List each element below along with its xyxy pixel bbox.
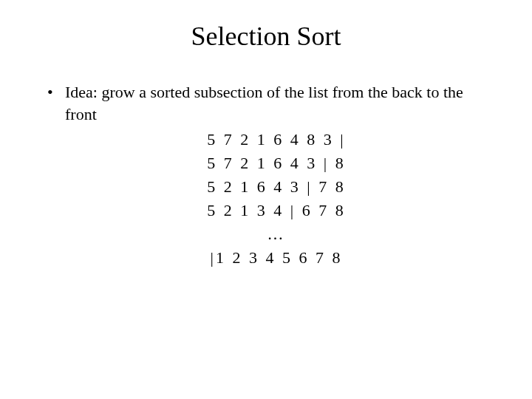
- slide: Selection Sort Idea: grow a sorted subse…: [0, 0, 532, 399]
- step-line: 5 7 2 1 6 4 3 | 8: [65, 151, 488, 175]
- slide-title: Selection Sort: [0, 0, 532, 66]
- step-line: 5 2 1 3 4 | 6 7 8: [65, 199, 488, 222]
- bullet-text: Idea: grow a sorted subsection of the li…: [65, 83, 463, 123]
- sort-steps: 5 7 2 1 6 4 8 3 | 5 7 2 1 6 4 3 | 8 5 2 …: [65, 128, 488, 269]
- slide-body: Idea: grow a sorted subsection of the li…: [0, 66, 532, 270]
- step-line: 5 2 1 6 4 3 | 7 8: [65, 175, 488, 199]
- bullet-item: Idea: grow a sorted subsection of the li…: [44, 81, 488, 270]
- step-line: |1 2 3 4 5 6 7 8: [65, 246, 488, 270]
- bullet-list: Idea: grow a sorted subsection of the li…: [44, 81, 488, 270]
- step-line: …: [65, 222, 488, 246]
- step-line: 5 7 2 1 6 4 8 3 |: [65, 128, 488, 151]
